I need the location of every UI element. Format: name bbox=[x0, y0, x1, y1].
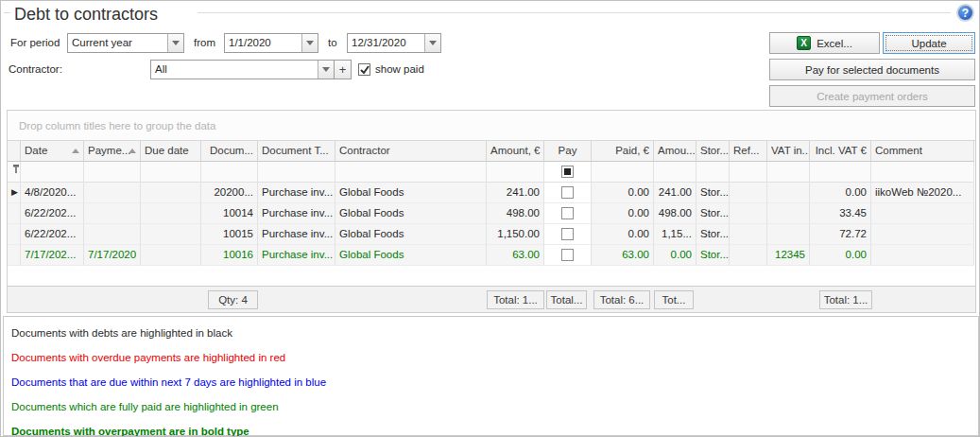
cell-storage[interactable]: Stor... bbox=[696, 203, 730, 224]
filter-cell-pay[interactable] bbox=[544, 162, 592, 183]
cell-due-date[interactable] bbox=[141, 224, 201, 245]
cell-payment-date[interactable] bbox=[84, 183, 141, 203]
cell-vat[interactable] bbox=[767, 183, 810, 203]
period-select[interactable]: Current year bbox=[67, 33, 184, 53]
cell-contractor[interactable]: Global Foods bbox=[335, 224, 487, 245]
filter-cell-vat[interactable] bbox=[767, 162, 810, 183]
cell-amount-to-pay[interactable]: 0.00 bbox=[654, 245, 696, 266]
column-header-payment-date[interactable]: Payme... bbox=[84, 141, 141, 162]
column-header-amount[interactable]: Amount, € bbox=[487, 141, 544, 162]
filter-cell-comment[interactable] bbox=[871, 162, 974, 183]
table-row[interactable]: ▶4/8/2020...20200...Purchase inv...Globa… bbox=[8, 183, 975, 203]
table-row[interactable]: 6/22/202...10014Purchase inv...Global Fo… bbox=[8, 203, 975, 224]
cell-comment[interactable] bbox=[871, 203, 974, 224]
pay-filter-checkbox[interactable] bbox=[561, 166, 574, 178]
cell-due-date[interactable] bbox=[141, 203, 201, 224]
cell-storage[interactable]: Stor... bbox=[696, 245, 730, 266]
cell-comment[interactable] bbox=[871, 224, 974, 245]
cell-document-number[interactable]: 10015 bbox=[201, 224, 258, 245]
column-header-incl-vat[interactable]: Incl. VAT € bbox=[810, 141, 871, 162]
chevron-down-icon[interactable] bbox=[301, 34, 318, 52]
cell-incl-vat[interactable]: 0.00 bbox=[810, 183, 871, 203]
cell-storage[interactable]: Stor... bbox=[696, 224, 730, 245]
cell-amount[interactable]: 498.00 bbox=[487, 203, 544, 224]
filter-cell-paid[interactable] bbox=[592, 162, 654, 183]
column-header-date[interactable]: Date bbox=[21, 141, 84, 162]
cell-pay[interactable] bbox=[544, 224, 592, 245]
column-header-document-type[interactable]: Document T... bbox=[258, 141, 335, 162]
cell-paid[interactable]: 0.00 bbox=[592, 224, 654, 245]
column-header-paid[interactable]: Paid, € bbox=[592, 141, 654, 162]
cell-incl-vat[interactable]: 0.00 bbox=[810, 245, 871, 266]
add-contractor-button[interactable]: + bbox=[334, 60, 352, 79]
cell-paid[interactable]: 0.00 bbox=[592, 203, 654, 224]
show-paid-checkbox[interactable] bbox=[358, 63, 370, 76]
cell-vat[interactable] bbox=[767, 224, 810, 245]
from-date-input[interactable]: 1/1/2020 bbox=[224, 33, 318, 53]
chevron-down-icon[interactable] bbox=[424, 34, 440, 52]
column-header-pay[interactable]: Pay bbox=[544, 141, 592, 162]
cell-reference[interactable] bbox=[730, 245, 767, 266]
cell-document-type[interactable]: Purchase inv... bbox=[258, 224, 335, 245]
column-header-reference[interactable]: Ref... bbox=[730, 141, 767, 162]
column-header-comment[interactable]: Comment bbox=[871, 141, 974, 162]
cell-payment-date[interactable]: 7/17/2020 bbox=[84, 245, 141, 266]
cell-payment-date[interactable] bbox=[84, 224, 141, 245]
filter-cell-incl-vat[interactable] bbox=[810, 162, 871, 183]
cell-document-number[interactable]: 10016 bbox=[201, 245, 258, 266]
filter-cell-amount-to-pay[interactable] bbox=[654, 162, 696, 183]
cell-contractor[interactable]: Global Foods bbox=[335, 245, 487, 266]
filter-cell-date[interactable] bbox=[21, 162, 84, 183]
filter-cell-storage[interactable] bbox=[696, 162, 730, 183]
cell-paid[interactable]: 0.00 bbox=[592, 183, 654, 203]
cell-reference[interactable] bbox=[730, 183, 767, 203]
help-icon[interactable]: ? bbox=[956, 4, 974, 22]
filter-cell-due-date[interactable] bbox=[141, 162, 201, 183]
chevron-down-icon[interactable] bbox=[167, 34, 183, 52]
cell-pay[interactable] bbox=[544, 183, 592, 203]
column-header-document-number[interactable]: Docum... bbox=[201, 141, 258, 162]
column-header-amount-to-pay[interactable]: Amou... bbox=[654, 141, 696, 162]
cell-due-date[interactable] bbox=[141, 245, 201, 266]
chevron-down-icon[interactable] bbox=[318, 61, 334, 79]
filter-cell-reference[interactable] bbox=[730, 162, 767, 183]
cell-date[interactable]: 6/22/202... bbox=[21, 203, 84, 224]
column-header-contractor[interactable]: Contractor bbox=[335, 141, 487, 162]
filter-cell-payment-date[interactable] bbox=[84, 162, 141, 183]
cell-date[interactable]: 7/17/202... bbox=[21, 245, 84, 266]
cell-document-number[interactable]: 20200... bbox=[201, 183, 258, 203]
cell-storage[interactable]: Stor... bbox=[696, 183, 730, 203]
contractor-select[interactable]: All bbox=[150, 60, 335, 79]
filter-cell-amount[interactable] bbox=[487, 162, 544, 183]
cell-contractor[interactable]: Global Foods bbox=[335, 203, 487, 224]
cell-vat[interactable] bbox=[767, 203, 810, 224]
cell-document-type[interactable]: Purchase inv... bbox=[258, 183, 335, 203]
cell-reference[interactable] bbox=[730, 224, 767, 245]
update-button[interactable]: Update bbox=[883, 32, 975, 54]
cell-document-type[interactable]: Purchase inv... bbox=[258, 203, 335, 224]
table-row[interactable]: 6/22/202...10015Purchase inv...Global Fo… bbox=[8, 224, 975, 245]
pay-checkbox[interactable] bbox=[561, 186, 574, 199]
table-row[interactable]: 7/17/202...7/17/202010016Purchase inv...… bbox=[8, 245, 975, 266]
cell-document-type[interactable]: Purchase inv... bbox=[258, 245, 335, 266]
cell-reference[interactable] bbox=[730, 203, 767, 224]
cell-amount[interactable]: 63.00 bbox=[487, 245, 544, 266]
cell-pay[interactable] bbox=[544, 203, 592, 224]
pay-checkbox[interactable] bbox=[561, 249, 574, 261]
cell-vat[interactable]: 12345 bbox=[767, 245, 810, 266]
cell-amount[interactable]: 1,150.00 bbox=[487, 224, 544, 245]
cell-date[interactable]: 6/22/202... bbox=[21, 224, 84, 245]
filter-cell-document-type[interactable] bbox=[258, 162, 335, 183]
cell-amount-to-pay[interactable]: 241.00 bbox=[654, 183, 696, 203]
column-header-due-date[interactable]: Due date bbox=[141, 141, 201, 162]
excel-button[interactable]: X Excel... bbox=[769, 32, 880, 54]
cell-incl-vat[interactable]: 33.45 bbox=[810, 203, 871, 224]
cell-amount-to-pay[interactable]: 498.00 bbox=[654, 203, 696, 224]
cell-payment-date[interactable] bbox=[84, 203, 141, 224]
cell-amount[interactable]: 241.00 bbox=[487, 183, 544, 203]
cell-date[interactable]: 4/8/2020... bbox=[21, 183, 84, 203]
cell-paid[interactable]: 63.00 bbox=[592, 245, 654, 266]
cell-pay[interactable] bbox=[544, 245, 592, 266]
cell-comment[interactable] bbox=[871, 245, 974, 266]
column-header-storage[interactable]: Stor... bbox=[696, 141, 730, 162]
